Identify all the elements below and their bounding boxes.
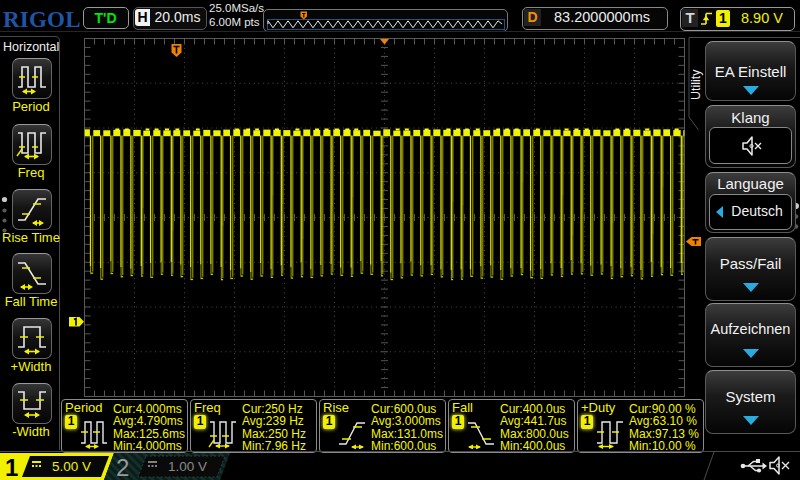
svg-text:2: 2 (116, 454, 129, 480)
svg-text:1: 1 (5, 454, 18, 480)
svg-text:1.00 V: 1.00 V (168, 459, 207, 474)
svg-text:Utility: Utility (689, 69, 703, 100)
svg-text:5.00 V: 5.00 V (52, 459, 91, 474)
